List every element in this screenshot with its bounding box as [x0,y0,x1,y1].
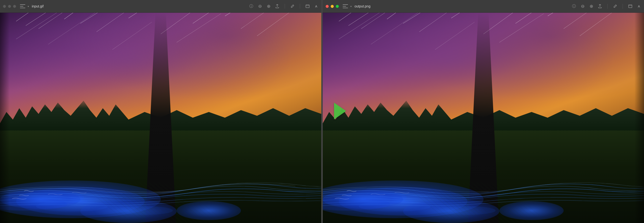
left-toolbar-icons: ⓘ ⊖ ⊕ A [249,4,318,9]
right-sidebar-toggle-icon[interactable] [343,4,348,8]
left-traffic-lights [3,5,16,8]
left-toolbar-divider2 [300,4,300,9]
left-close-button[interactable] [3,5,6,8]
right-image-area [323,13,644,223]
sidebar-bar-r2 [343,6,346,6]
left-image-content [0,13,321,223]
right-energy-waves [323,128,644,223]
right-sidebar-chevron-icon[interactable]: ▾ [350,5,352,8]
right-info-icon[interactable]: ⓘ [572,4,576,8]
svg-rect-5 [628,5,632,8]
right-traffic-lights [326,5,339,8]
right-markup-icon[interactable]: A [637,4,641,8]
sidebar-bar-r1 [343,4,348,5]
sidebar-bar-1 [20,4,25,5]
sidebar-bar-2 [20,6,23,6]
right-titlebar: ▾ output.png ⓘ ⊖ ⊕ [323,0,644,13]
right-image-content [323,13,644,223]
left-window: ▾ input.gif ⓘ ⊖ ⊕ [0,0,323,223]
right-toolbar-divider2 [622,4,623,9]
left-sidebar-toggle-icon[interactable] [20,4,25,8]
left-info-icon[interactable]: ⓘ [249,4,254,8]
right-filename: output.png [354,4,370,8]
left-titlebar: ▾ input.gif ⓘ ⊖ ⊕ [0,0,321,13]
sidebar-bar-r3 [343,8,348,8]
left-filename: input.gif [32,4,44,8]
left-share-icon[interactable] [275,4,280,8]
right-share-icon[interactable] [598,4,602,8]
left-minimize-button[interactable] [8,5,11,8]
left-energy-waves [0,128,321,223]
right-close-button[interactable] [326,5,329,8]
left-zoom-in-icon[interactable]: ⊕ [266,4,271,8]
left-sidebar-chevron-icon[interactable]: ▾ [28,5,29,8]
svg-rect-0 [306,5,309,8]
right-maximize-button[interactable] [336,5,339,8]
right-minimize-button[interactable] [331,5,334,8]
left-markup-icon[interactable]: A [314,4,318,8]
left-window-icon[interactable] [306,4,310,8]
right-window: ▾ output.png ⓘ ⊖ ⊕ [323,0,644,223]
right-zoom-out-icon[interactable]: ⊖ [580,4,585,8]
right-annotate-icon[interactable] [613,4,617,8]
left-image-area [0,13,321,223]
right-zoom-in-icon[interactable]: ⊕ [589,4,594,8]
left-annotate-icon[interactable] [290,4,294,8]
left-toolbar-divider [285,4,285,9]
right-toolbar-divider [608,4,608,9]
sidebar-bar-3 [20,8,25,8]
right-toolbar-icons: ⓘ ⊖ ⊕ A [572,4,641,9]
left-zoom-out-icon[interactable]: ⊖ [258,4,262,8]
left-maximize-button[interactable] [13,5,16,8]
right-window-icon[interactable] [628,4,632,8]
